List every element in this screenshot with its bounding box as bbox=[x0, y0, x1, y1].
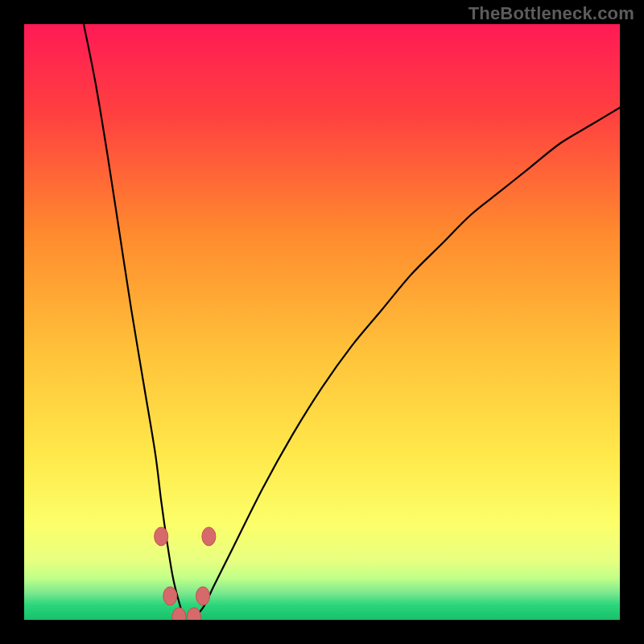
plot-area bbox=[24, 24, 620, 620]
data-marker bbox=[155, 527, 168, 546]
watermark-text: TheBottleneck.com bbox=[469, 3, 634, 24]
bottleneck-chart bbox=[24, 24, 620, 620]
data-marker bbox=[202, 527, 216, 546]
data-marker bbox=[196, 587, 210, 605]
gradient-background bbox=[24, 24, 620, 620]
chart-frame: TheBottleneck.com bbox=[0, 0, 644, 644]
data-marker bbox=[163, 587, 177, 605]
